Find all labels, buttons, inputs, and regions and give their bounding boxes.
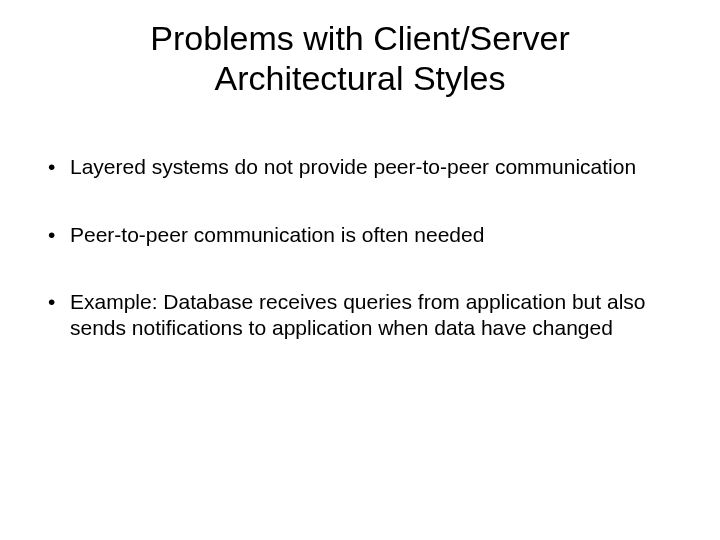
list-item: Example: Database receives queries from … xyxy=(48,289,672,340)
bullet-list: Layered systems do not provide peer-to-p… xyxy=(48,154,672,340)
slide-title: Problems with Client/Server Architectura… xyxy=(88,18,632,98)
list-item: Layered systems do not provide peer-to-p… xyxy=(48,154,672,180)
slide: Problems with Client/Server Architectura… xyxy=(0,0,720,540)
list-item: Peer-to-peer communication is often need… xyxy=(48,222,672,248)
